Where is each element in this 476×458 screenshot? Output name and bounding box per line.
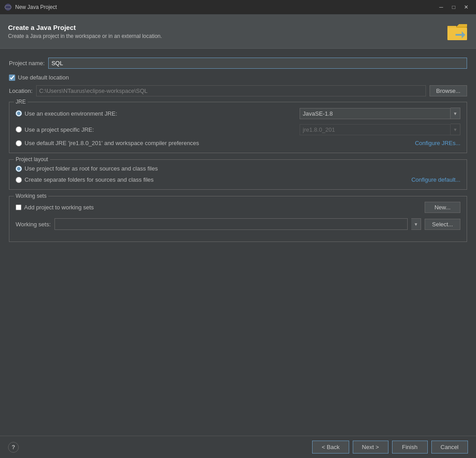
dialog-header-text: Create a Java Project Create a Java proj… — [8, 24, 447, 39]
working-sets-dropdown-arrow[interactable]: ▼ — [411, 218, 421, 230]
working-sets-select-row: Working sets: ▼ Select... — [16, 218, 460, 230]
jre-default-radio[interactable] — [16, 140, 22, 146]
jre-env-select-wrapper: JavaSE-1.8 ▼ — [300, 108, 460, 119]
layout-radio-row-1: Use project folder as root for sources a… — [16, 165, 460, 172]
working-sets-legend: Working sets — [14, 193, 48, 199]
folder-icon — [447, 21, 468, 42]
jre-env-label[interactable]: Use an execution environment JRE: — [25, 110, 297, 117]
layout-radio-row-2: Create separate folders for sources and … — [16, 176, 460, 183]
project-layout-legend: Project layout — [14, 156, 50, 162]
browse-button[interactable]: Browse... — [430, 85, 467, 96]
jre-specific-radio[interactable] — [16, 126, 22, 133]
location-input — [36, 85, 426, 96]
jre-env-select[interactable]: JavaSE-1.8 — [300, 108, 451, 119]
help-button[interactable]: ? — [8, 442, 19, 453]
minimize-button[interactable]: ─ — [436, 3, 447, 12]
working-sets-input — [54, 218, 408, 230]
working-sets-add-row: Add project to working sets New... — [16, 202, 460, 213]
layout-root-label[interactable]: Use project folder as root for sources a… — [25, 165, 460, 172]
back-button[interactable]: < Back — [312, 441, 349, 454]
jre-env-radio[interactable] — [16, 110, 22, 117]
location-label: Location: — [9, 87, 33, 94]
close-button[interactable]: ✕ — [461, 3, 472, 12]
title-bar-controls: ─ □ ✕ — [436, 3, 472, 12]
dialog-content: Project name: Use default location Locat… — [0, 49, 476, 436]
jre-default-label[interactable]: Use default JRE 'jre1.8.0_201' and works… — [25, 140, 199, 146]
dialog-header-subtitle: Create a Java project in the workspace o… — [8, 33, 447, 39]
jre-radio-row-2: Use a project specific JRE: jre1.8.0_201… — [16, 124, 460, 135]
jre-specific-dropdown-arrow: ▼ — [451, 124, 460, 135]
title-bar: New Java Project ─ □ ✕ — [0, 0, 476, 14]
jre-specific-label[interactable]: Use a project specific JRE: — [25, 126, 297, 133]
jre-specific-select: jre1.8.0_201 — [300, 124, 451, 135]
use-default-location-label[interactable]: Use default location — [18, 74, 69, 81]
dialog-header: Create a Java Project Create a Java proj… — [0, 14, 476, 49]
project-name-label: Project name: — [9, 60, 45, 67]
layout-separate-radio[interactable] — [16, 177, 22, 183]
configure-jres-link[interactable]: Configure JREs... — [415, 140, 460, 146]
svg-point-0 — [5, 4, 11, 10]
add-to-working-sets-checkbox[interactable] — [16, 204, 21, 210]
use-default-location-checkbox[interactable] — [9, 75, 15, 81]
layout-root-radio[interactable] — [16, 166, 22, 172]
location-row: Location: Browse... — [9, 85, 467, 96]
maximize-button[interactable]: □ — [448, 3, 459, 12]
title-bar-title: New Java Project — [15, 4, 432, 10]
svg-rect-7 — [455, 34, 462, 36]
project-name-input[interactable] — [48, 58, 467, 69]
layout-separate-label[interactable]: Create separate folders for sources and … — [25, 176, 154, 183]
add-to-working-sets-label[interactable]: Add project to working sets — [24, 204, 94, 211]
new-working-set-button[interactable]: New... — [425, 202, 460, 213]
jre-group-legend: JRE — [14, 99, 28, 105]
working-sets-label: Working sets: — [16, 221, 51, 228]
jre-specific-select-wrapper: jre1.8.0_201 ▼ — [300, 124, 460, 135]
cancel-button[interactable]: Cancel — [431, 441, 468, 454]
project-layout-group: Project layout Use project folder as roo… — [9, 159, 467, 190]
select-working-sets-button[interactable]: Select... — [425, 219, 460, 230]
jre-radio-row-1: Use an execution environment JRE: JavaSE… — [16, 108, 460, 119]
next-button[interactable]: Next > — [353, 441, 388, 454]
project-name-row: Project name: — [9, 58, 467, 69]
jre-radio-row-3: Use default JRE 'jre1.8.0_201' and works… — [16, 140, 460, 146]
dialog-header-title: Create a Java Project — [8, 24, 447, 31]
dialog-footer: ? < Back Next > Finish Cancel — [0, 436, 476, 458]
jre-env-dropdown-arrow[interactable]: ▼ — [451, 108, 460, 119]
use-default-location-row: Use default location — [9, 74, 467, 81]
jre-group: JRE Use an execution environment JRE: Ja… — [9, 102, 467, 153]
finish-button[interactable]: Finish — [392, 441, 428, 454]
working-sets-group: Working sets Add project to working sets… — [9, 196, 467, 242]
configure-default-link[interactable]: Configure default... — [411, 176, 460, 183]
eclipse-icon — [4, 4, 12, 11]
